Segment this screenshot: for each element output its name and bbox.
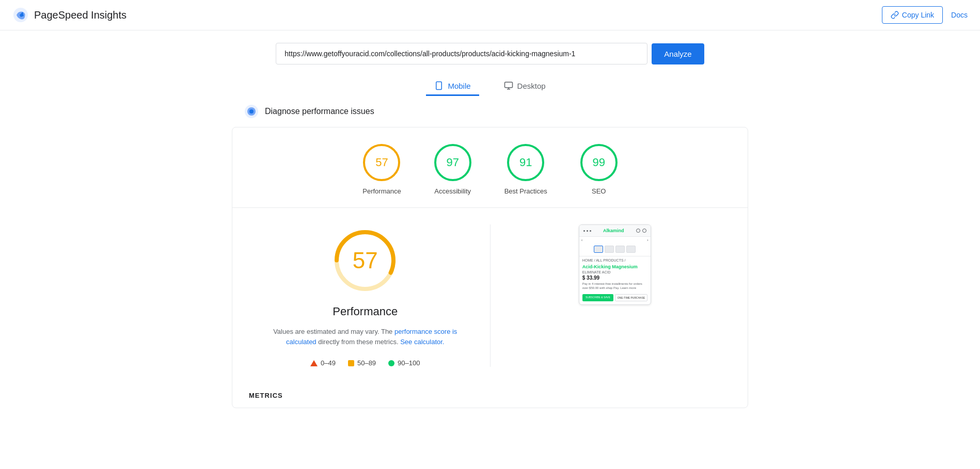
preview-card: Alkamind ‹ › H xyxy=(579,224,651,305)
preview-pay-info: Pay in 4 interest-free installments for … xyxy=(579,282,651,293)
score-label-seo: SEO xyxy=(592,187,606,195)
legend-item-green: 90–100 xyxy=(388,359,420,367)
tab-mobile[interactable]: Mobile xyxy=(426,77,479,96)
legend-green-range: 90–100 xyxy=(398,359,420,367)
legend: 0–49 50–89 90–100 xyxy=(310,359,420,367)
tab-desktop[interactable]: Desktop xyxy=(496,77,554,96)
preview-divider xyxy=(579,256,651,256)
diagnose-icon xyxy=(244,104,259,119)
score-circle-best-practices: 91 xyxy=(507,144,544,181)
score-item-performance[interactable]: 57 Performance xyxy=(362,144,401,195)
analyze-button[interactable]: Analyze xyxy=(652,43,704,64)
preview-thumb-2 xyxy=(605,246,614,253)
score-circle-accessibility: 97 xyxy=(434,144,471,181)
docs-link[interactable]: Docs xyxy=(951,11,968,19)
legend-red-icon xyxy=(310,360,318,366)
see-calculator-link[interactable]: See calculator. xyxy=(400,338,444,346)
svg-rect-3 xyxy=(504,82,512,88)
copy-link-label: Copy Link xyxy=(902,11,934,19)
desktop-icon xyxy=(504,81,513,90)
preview-thumbnails xyxy=(579,244,651,255)
score-circle-seo: 99 xyxy=(580,144,618,181)
next-arrow: › xyxy=(647,238,649,242)
score-item-accessibility[interactable]: 97 Accessibility xyxy=(434,144,471,195)
url-input[interactable] xyxy=(276,43,647,64)
performance-title: Performance xyxy=(333,305,398,318)
mobile-icon xyxy=(434,81,444,90)
score-label-accessibility: Accessibility xyxy=(434,187,471,195)
legend-green-icon xyxy=(388,360,394,366)
header: PageSpeed Insights Copy Link Docs xyxy=(0,0,980,30)
pagespeed-logo-icon xyxy=(12,7,29,23)
score-item-seo[interactable]: 99 SEO xyxy=(580,144,618,195)
header-right: Copy Link Docs xyxy=(882,6,968,24)
preview-header-icons xyxy=(636,229,646,233)
header-left: PageSpeed Insights xyxy=(12,7,127,23)
detail-right: Alkamind ‹ › H xyxy=(499,224,732,367)
score-summary: 57 Performance 97 Accessibility 91 Best … xyxy=(232,127,748,208)
search-area: Analyze xyxy=(0,30,980,73)
score-label-performance: Performance xyxy=(362,187,401,195)
preview-menu-dot-2 xyxy=(587,230,588,232)
preview-product-name: Acid-Kicking Magnesium xyxy=(579,263,651,270)
gauge-container: 57 xyxy=(329,224,401,297)
copy-link-button[interactable]: Copy Link xyxy=(882,6,943,24)
preview-card-header: Alkamind xyxy=(579,225,651,237)
legend-red-range: 0–49 xyxy=(321,359,336,367)
detail-left: 57 Performance Values are estimated and … xyxy=(249,224,482,367)
preview-buttons: SUBSCRIBE & SAVE ONE-TIME PURCHASE xyxy=(579,293,651,304)
preview-menu xyxy=(583,230,591,232)
prev-arrow: ‹ xyxy=(581,238,583,242)
search-container: Analyze xyxy=(276,43,704,64)
preview-nav: ‹ › xyxy=(579,237,651,244)
metrics-label: METRICS xyxy=(232,383,748,408)
detail-divider xyxy=(490,224,491,367)
svg-point-8 xyxy=(249,109,254,114)
tabs-area: Mobile Desktop xyxy=(0,73,980,104)
preview-thumb-1 xyxy=(594,246,603,253)
legend-orange-icon xyxy=(348,360,354,366)
diagnose-text: Diagnose performance issues xyxy=(265,107,374,116)
preview-onetime-btn: ONE-TIME PURCHASE xyxy=(615,294,647,301)
preview-price: $ 33.99 xyxy=(579,274,651,282)
preview-search-icon xyxy=(636,229,640,233)
preview-breadcrumb: HOME / ALL PRODUCTS / xyxy=(579,257,651,263)
preview-thumb-4 xyxy=(626,246,636,253)
legend-item-orange: 50–89 xyxy=(348,359,376,367)
main-card: 57 Performance 97 Accessibility 91 Best … xyxy=(232,127,748,408)
preview-thumb-3 xyxy=(615,246,625,253)
tab-mobile-label: Mobile xyxy=(448,82,470,90)
legend-item-red: 0–49 xyxy=(310,359,336,367)
performance-subtitle: Values are estimated and may vary. The p… xyxy=(272,327,458,347)
preview-product-sub: ELIMINATE ACID xyxy=(579,270,651,274)
app-name: PageSpeed Insights xyxy=(34,9,127,21)
score-label-best-practices: Best Practices xyxy=(504,187,547,195)
preview-cart-icon xyxy=(642,229,646,233)
tab-desktop-label: Desktop xyxy=(517,82,546,90)
link-icon xyxy=(891,11,899,19)
diagnose-section: Diagnose performance issues xyxy=(232,104,748,119)
preview-logo: Alkamind xyxy=(603,228,624,233)
legend-orange-range: 50–89 xyxy=(357,359,376,367)
score-item-best-practices[interactable]: 91 Best Practices xyxy=(504,144,547,195)
detail-section: 57 Performance Values are estimated and … xyxy=(232,208,748,383)
preview-menu-dot-3 xyxy=(590,230,591,232)
preview-subscribe-btn: SUBSCRIBE & SAVE xyxy=(582,294,614,301)
gauge-number: 57 xyxy=(353,248,378,273)
score-circle-performance: 57 xyxy=(363,144,400,181)
preview-menu-dot-1 xyxy=(583,230,585,232)
